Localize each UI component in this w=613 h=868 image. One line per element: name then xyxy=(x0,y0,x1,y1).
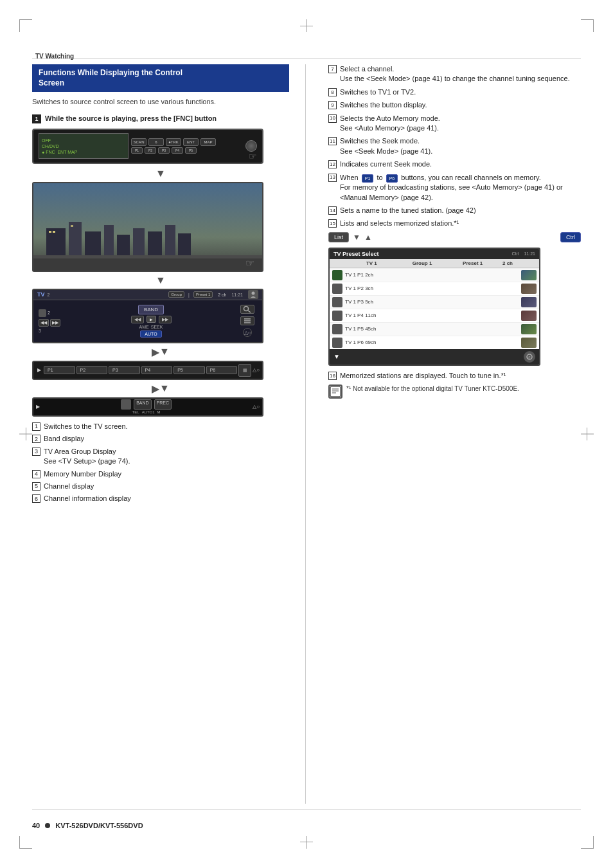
preset-row-1[interactable]: TV 1 P1 2ch xyxy=(330,268,539,282)
radio-btn-1[interactable]: SCRN xyxy=(131,138,147,146)
tv-preset-cols-header: TV 1 Group 1 Preset 1 2 ch xyxy=(330,259,539,268)
corner-mark-tl xyxy=(19,19,32,32)
right-item-11-text: Switches the Seek mode.See <Seek Mode> (… xyxy=(340,136,432,156)
list-item-3-text: TV Area Group DisplaySee <TV Setup> (pag… xyxy=(44,447,130,467)
list-item-3-num: 3 xyxy=(32,448,40,456)
preset-play-icon: ▶ xyxy=(36,367,42,373)
ctrl-auto-btn[interactable]: AUTO xyxy=(140,330,161,338)
final-auto-label: AUTO1 xyxy=(142,410,155,414)
hand-pointer-icon: ☞ xyxy=(249,151,257,161)
row-3-icon xyxy=(332,297,342,307)
ctrl-tv-icon[interactable] xyxy=(39,309,46,317)
radio-screen: OFFCH/DVD ● FNC ENT MAP xyxy=(39,133,129,159)
preset-extra-btn[interactable]: ▦ xyxy=(238,364,251,377)
ctrl-channel: 2 ch xyxy=(215,293,229,297)
person-icon xyxy=(249,291,257,298)
svg-text:☞: ☞ xyxy=(245,258,254,269)
step-1-num: 1 xyxy=(32,114,41,123)
preset-row-3[interactable]: TV 1 P3 5ch xyxy=(330,295,539,309)
list-btn[interactable]: List xyxy=(328,232,349,242)
preset-p4-btn[interactable]: P4 xyxy=(141,366,173,374)
radio-knob[interactable] xyxy=(245,140,257,152)
ctrl-band-btn[interactable]: BAND xyxy=(138,305,164,314)
list-item-1-num: 1 xyxy=(32,422,40,431)
right-item-12-num: 12 xyxy=(328,160,337,168)
ctrl-num3-label: 3 xyxy=(39,329,64,333)
ctrl-btn[interactable]: Ctrl xyxy=(560,232,581,242)
ctrl-group-indicator: Group xyxy=(168,291,184,298)
preset-arrow-down[interactable]: ▼ xyxy=(333,353,340,360)
radio-btn-p4[interactable]: P4 xyxy=(172,147,183,154)
right-item-7: 7 Select a channel.Use the <Seek Mode> (… xyxy=(328,64,581,84)
final-icon-1[interactable] xyxy=(121,399,131,410)
ctrl-icon-1[interactable] xyxy=(240,305,254,314)
radio-btn-2[interactable]: 6 xyxy=(148,138,164,146)
ctrl-icon-right[interactable] xyxy=(248,290,258,299)
right-item-14-text: Sets a name to the tuned station. (page … xyxy=(340,206,476,215)
left-column: Functions While Displaying the Control S… xyxy=(32,64,289,804)
list-item-2: 2 Band display xyxy=(32,434,289,444)
step-1: 1 While the source is playing, press the… xyxy=(32,114,289,123)
svg-point-17 xyxy=(244,307,249,311)
preset-row-2[interactable]: TV 1 P2 3ch xyxy=(330,282,539,295)
list-item-6: 6 Channel information display xyxy=(32,494,289,503)
preset-p2-btn[interactable]: P2 xyxy=(76,366,108,374)
right-item-10: 10 Selects the Auto Memory mode.See <Aut… xyxy=(328,114,581,134)
radio-btn-p5[interactable]: P5 xyxy=(185,147,197,154)
ctrl-icon-2[interactable] xyxy=(240,316,254,325)
crosshair-left-v xyxy=(26,428,26,440)
list-item-5: 5 Channel display xyxy=(32,482,289,491)
radio-btn-map[interactable]: MAP xyxy=(200,138,216,146)
preset-row-6[interactable]: TV 1 P6 69ch xyxy=(330,336,539,349)
inline-p1-btn: P1 xyxy=(362,174,374,183)
radio-btn-ent[interactable]: ENT xyxy=(183,138,199,146)
note-svg-icon xyxy=(330,386,341,397)
crosshair-top-h xyxy=(300,26,313,26)
search-icon xyxy=(243,305,252,313)
bottom-divider xyxy=(32,809,581,810)
row-6-text: TV 1 P6 69ch xyxy=(345,339,521,345)
radio-buttons-area: SCRN 6 ●TRK ENT MAP P1 P2 P3 P4 P5 xyxy=(131,138,243,154)
heading-line1: Functions While Displaying the Control xyxy=(39,68,182,77)
final-band-btn[interactable]: BAND xyxy=(134,399,151,410)
tv-preset-title: TV Preset Select xyxy=(333,251,379,257)
step-1-text: While the source is playing, press the [… xyxy=(45,114,217,123)
preset-p5-btn[interactable]: P5 xyxy=(173,366,205,374)
right-item-13: 13 When P1 to P6 buttons, you can recall… xyxy=(328,173,581,203)
page-footer: 40 KVT-526DVD/KVT-556DVD xyxy=(32,822,143,829)
ctrl-next-btn[interactable]: ▶▶ xyxy=(50,319,60,327)
right-item-10-num: 10 xyxy=(328,114,337,123)
radio-btn-p3[interactable]: P3 xyxy=(158,147,170,154)
ctrl-play-btn[interactable]: ▶ xyxy=(147,316,156,323)
ctrl-time: 11:21 xyxy=(231,293,243,297)
preset-p6-btn[interactable]: P6 xyxy=(206,366,238,374)
row-4-icon xyxy=(332,311,342,321)
tv-preset-nav-header: List ▼ ▲ Ctrl xyxy=(328,232,581,242)
page-number: 40 xyxy=(32,822,40,829)
list-item-4-num: 4 xyxy=(32,470,40,478)
right-item-7-text: Select a channel.Use the <Seek Mode> (pa… xyxy=(340,64,570,84)
row-1-thumb xyxy=(521,270,537,280)
preset-row-4[interactable]: TV 1 P4 11ch xyxy=(330,309,539,322)
right-item-9-num: 9 xyxy=(328,101,337,109)
radio-btn-p2[interactable]: P2 xyxy=(145,147,156,154)
preset-circle-icon[interactable]: ↺ xyxy=(524,351,535,363)
radio-btn-3[interactable]: ●TRK xyxy=(166,138,181,146)
preset-p3-btn[interactable]: P3 xyxy=(109,366,140,374)
radio-btn-p1[interactable]: P1 xyxy=(131,147,143,154)
preset-p1-btn[interactable]: P1 xyxy=(44,366,75,374)
ctrl-next-track[interactable]: ▶▶ xyxy=(159,316,172,323)
note-text: *¹ Not available for the optional digita… xyxy=(346,384,519,393)
ctrl-nav-icon[interactable]: △○ xyxy=(243,328,252,337)
final-prec-btn[interactable]: PREC xyxy=(154,399,172,410)
row-6-icon xyxy=(332,338,342,348)
top-divider xyxy=(32,58,581,59)
list-item-4-text: Memory Number Display xyxy=(44,469,121,479)
ctrl-prev-btn[interactable]: ◀◀ xyxy=(39,319,49,327)
ctrl-amd-label: AME xyxy=(139,325,149,329)
ctrl-num-box: 2 xyxy=(48,311,50,315)
section-label: TV Watching xyxy=(35,53,74,60)
preset-row-5[interactable]: TV 1 P5 45ch xyxy=(330,322,539,336)
right-item-12: 12 Indicates current Seek mode. xyxy=(328,159,581,169)
ctrl-prev-track[interactable]: ◀◀ xyxy=(131,316,144,323)
